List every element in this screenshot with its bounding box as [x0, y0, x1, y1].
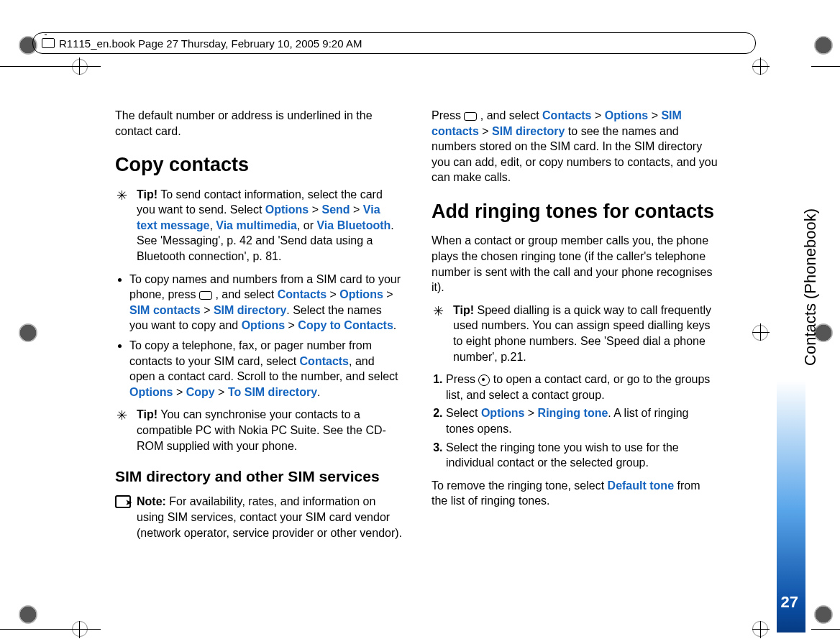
step-2: Select Options > Ringing tone. A list of…: [446, 405, 719, 436]
steps-ringing-tone: Press to open a contact card, or go to t…: [446, 372, 719, 471]
tip-sync-pc: Tip! You can synchronise your contacts t…: [115, 407, 403, 454]
tip-send-contact: Tip! To send contact information, select…: [115, 187, 403, 264]
step-3: Select the ringing tone you wish to use …: [446, 440, 719, 471]
page-number: 27: [781, 593, 798, 612]
left-column: The default number or address is underli…: [115, 101, 403, 548]
header-text: R1115_en.book Page 27 Thursday, February…: [59, 37, 362, 50]
note-label: Note:: [137, 495, 166, 507]
intro-paragraph: The default number or address is underli…: [115, 108, 403, 139]
right-column: Press , and select Contacts > Options > …: [432, 101, 719, 548]
page-header-bar: R1115_en.book Page 27 Thursday, February…: [32, 32, 756, 54]
section-label: Contacts (Phonebook): [801, 208, 820, 366]
heading-sim-directory: SIM directory and other SIM services: [115, 466, 403, 487]
sim-directory-paragraph: Press , and select Contacts > Options > …: [432, 108, 719, 185]
joystick-icon: [478, 374, 490, 386]
heading-ringing-tones: Add ringing tones for contacts: [432, 198, 719, 224]
menu-key-icon: [199, 291, 212, 300]
step-1: Press to open a contact card, or go to t…: [446, 372, 719, 402]
bullet-copy-to-sim: To copy a telephone, fax, or pager numbe…: [129, 338, 403, 400]
tip-label: Tip!: [137, 408, 158, 420]
tip-label: Tip!: [137, 188, 158, 201]
book-icon: [42, 38, 55, 48]
heading-copy-contacts: Copy contacts: [115, 152, 403, 178]
menu-key-icon: [464, 112, 477, 121]
remove-ringing-tone: To remove the ringing tone, select Defau…: [432, 478, 719, 509]
copy-bullets: To copy names and numbers from a SIM car…: [129, 272, 403, 400]
tip-label: Tip!: [453, 304, 474, 316]
ringing-tone-intro: When a contact or group member calls you…: [432, 233, 719, 295]
page-content: The default number or address is underli…: [115, 101, 719, 548]
note-sim-services: Note: For availability, rates, and infor…: [115, 494, 403, 540]
bullet-copy-from-sim: To copy names and numbers from a SIM car…: [129, 272, 403, 334]
tip-speed-dial: Tip! Speed dialling is a quick way to ca…: [432, 303, 719, 364]
